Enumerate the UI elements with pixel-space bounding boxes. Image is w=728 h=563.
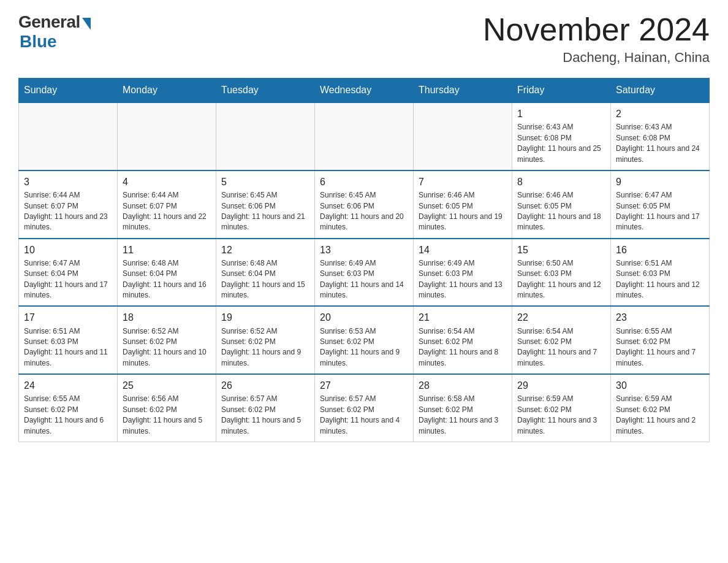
month-title: November 2024 [483, 12, 710, 47]
week-row-3: 10Sunrise: 6:47 AMSunset: 6:04 PMDayligh… [19, 239, 710, 307]
day-number: 26 [221, 378, 309, 393]
day-info: Sunrise: 6:51 AM [24, 326, 112, 337]
day-number: 16 [616, 243, 704, 257]
day-info: Sunrise: 6:52 AM [221, 326, 309, 337]
day-info: Sunset: 6:05 PM [517, 201, 605, 212]
day-number: 4 [123, 175, 211, 189]
day-info: Daylight: 11 hours and 6 minutes. [24, 415, 112, 437]
day-info: Daylight: 11 hours and 3 minutes. [517, 415, 605, 437]
day-number: 10 [24, 243, 112, 257]
day-info: Sunset: 6:08 PM [517, 133, 605, 144]
day-info: Daylight: 11 hours and 7 minutes. [616, 347, 704, 369]
day-number: 12 [221, 243, 309, 257]
calendar-cell: 25Sunrise: 6:56 AMSunset: 6:02 PMDayligh… [118, 374, 216, 442]
day-info: Daylight: 11 hours and 22 minutes. [123, 212, 211, 233]
day-info: Sunset: 6:02 PM [123, 337, 211, 347]
day-info: Daylight: 11 hours and 15 minutes. [221, 280, 309, 301]
day-info: Daylight: 11 hours and 2 minutes. [616, 415, 704, 437]
weekday-header-sunday: Sunday [19, 79, 118, 103]
day-info: Sunset: 6:04 PM [24, 269, 112, 279]
calendar-table: SundayMondayTuesdayWednesdayThursdayFrid… [18, 78, 710, 442]
weekday-header-monday: Monday [118, 79, 216, 103]
day-info: Sunrise: 6:48 AM [221, 258, 309, 269]
location-title: Dacheng, Hainan, China [483, 50, 710, 66]
weekday-header-saturday: Saturday [611, 79, 710, 103]
day-info: Sunset: 6:04 PM [123, 269, 211, 279]
weekday-header-friday: Friday [512, 79, 611, 103]
day-info: Sunset: 6:02 PM [517, 405, 605, 415]
day-number: 19 [221, 310, 309, 324]
day-info: Sunrise: 6:47 AM [616, 190, 704, 201]
day-number: 13 [320, 243, 408, 257]
day-info: Sunset: 6:02 PM [221, 405, 309, 415]
day-info: Sunset: 6:03 PM [320, 269, 408, 279]
day-info: Daylight: 11 hours and 4 minutes. [320, 415, 408, 437]
calendar-cell: 22Sunrise: 6:54 AMSunset: 6:02 PMDayligh… [512, 306, 611, 374]
calendar-cell [118, 102, 216, 170]
day-number: 3 [24, 175, 112, 189]
day-info: Sunset: 6:02 PM [616, 405, 704, 415]
calendar-cell: 4Sunrise: 6:44 AMSunset: 6:07 PMDaylight… [118, 170, 216, 239]
week-row-4: 17Sunrise: 6:51 AMSunset: 6:03 PMDayligh… [19, 306, 710, 374]
day-info: Daylight: 11 hours and 19 minutes. [419, 212, 507, 233]
day-number: 22 [517, 310, 605, 324]
calendar-cell: 18Sunrise: 6:52 AMSunset: 6:02 PMDayligh… [118, 306, 216, 374]
day-info: Sunrise: 6:50 AM [517, 258, 605, 269]
day-info: Daylight: 11 hours and 17 minutes. [24, 280, 112, 301]
day-info: Sunset: 6:02 PM [24, 405, 112, 415]
day-number: 29 [517, 378, 605, 393]
day-info: Sunrise: 6:44 AM [123, 190, 211, 201]
day-info: Sunrise: 6:44 AM [24, 190, 112, 201]
day-number: 30 [616, 378, 704, 393]
day-info: Sunset: 6:02 PM [123, 405, 211, 415]
calendar-cell: 10Sunrise: 6:47 AMSunset: 6:04 PMDayligh… [19, 239, 118, 307]
weekday-header-wednesday: Wednesday [315, 79, 414, 103]
day-number: 27 [320, 378, 408, 393]
calendar-cell: 26Sunrise: 6:57 AMSunset: 6:02 PMDayligh… [216, 374, 315, 442]
day-info: Sunset: 6:02 PM [419, 405, 507, 415]
day-info: Sunrise: 6:48 AM [123, 258, 211, 269]
day-info: Sunrise: 6:57 AM [320, 394, 408, 404]
day-info: Sunrise: 6:57 AM [221, 394, 309, 404]
day-info: Daylight: 11 hours and 14 minutes. [320, 280, 408, 301]
day-number: 6 [320, 175, 408, 189]
calendar-cell: 21Sunrise: 6:54 AMSunset: 6:02 PMDayligh… [414, 306, 512, 374]
day-info: Sunrise: 6:56 AM [123, 394, 211, 404]
day-info: Sunset: 6:02 PM [419, 337, 507, 347]
day-info: Daylight: 11 hours and 25 minutes. [517, 144, 605, 165]
calendar-cell [414, 102, 512, 170]
day-info: Sunrise: 6:59 AM [616, 394, 704, 404]
day-info: Daylight: 11 hours and 9 minutes. [320, 347, 408, 369]
day-info: Sunrise: 6:58 AM [419, 394, 507, 404]
header-row: SundayMondayTuesdayWednesdayThursdayFrid… [19, 79, 710, 103]
weekday-header-tuesday: Tuesday [216, 79, 315, 103]
day-number: 21 [419, 310, 507, 324]
day-info: Daylight: 11 hours and 24 minutes. [616, 144, 704, 165]
calendar-cell: 24Sunrise: 6:55 AMSunset: 6:02 PMDayligh… [19, 374, 118, 442]
day-info: Daylight: 11 hours and 21 minutes. [221, 212, 309, 233]
calendar-cell: 30Sunrise: 6:59 AMSunset: 6:02 PMDayligh… [611, 374, 710, 442]
day-number: 11 [123, 243, 211, 257]
day-info: Sunset: 6:05 PM [419, 201, 507, 212]
day-info: Sunset: 6:08 PM [616, 133, 704, 144]
day-number: 15 [517, 243, 605, 257]
calendar-cell [315, 102, 414, 170]
day-info: Sunset: 6:02 PM [616, 337, 704, 347]
day-info: Sunset: 6:03 PM [419, 269, 507, 279]
logo-arrow-icon [82, 18, 91, 30]
calendar-cell: 13Sunrise: 6:49 AMSunset: 6:03 PMDayligh… [315, 239, 414, 307]
day-info: Sunrise: 6:49 AM [419, 258, 507, 269]
day-info: Daylight: 11 hours and 10 minutes. [123, 347, 211, 369]
day-info: Sunset: 6:06 PM [320, 201, 408, 212]
day-number: 14 [419, 243, 507, 257]
calendar-cell: 29Sunrise: 6:59 AMSunset: 6:02 PMDayligh… [512, 374, 611, 442]
calendar-cell: 23Sunrise: 6:55 AMSunset: 6:02 PMDayligh… [611, 306, 710, 374]
calendar-cell: 1Sunrise: 6:43 AMSunset: 6:08 PMDaylight… [512, 102, 611, 170]
day-info: Daylight: 11 hours and 9 minutes. [221, 347, 309, 369]
day-info: Daylight: 11 hours and 17 minutes. [616, 212, 704, 233]
calendar-cell: 11Sunrise: 6:48 AMSunset: 6:04 PMDayligh… [118, 239, 216, 307]
day-info: Sunset: 6:07 PM [123, 201, 211, 212]
logo-blue-text: Blue [20, 32, 57, 52]
calendar-cell: 28Sunrise: 6:58 AMSunset: 6:02 PMDayligh… [414, 374, 512, 442]
day-info: Sunset: 6:02 PM [517, 337, 605, 347]
